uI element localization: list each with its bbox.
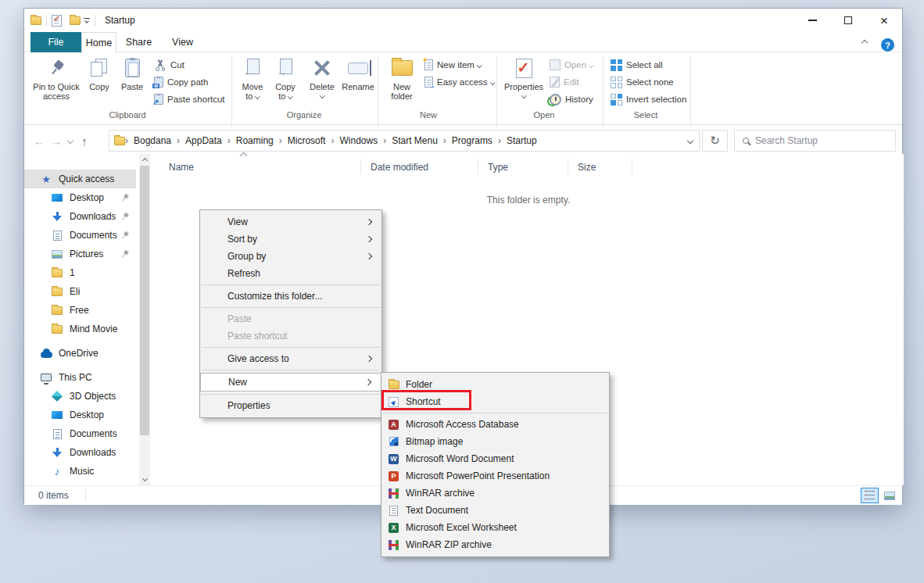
breadcrumb-item[interactable]: Microsoft (282, 135, 331, 146)
properties-button[interactable]: Properties (503, 55, 545, 98)
menu-item-paste-shortcut[interactable]: Paste shortcut (200, 327, 381, 345)
menu-item-customize-this-folder[interactable]: Customize this folder... (200, 288, 381, 305)
breadcrumb-item[interactable]: Programs (446, 135, 498, 146)
new-folder-button[interactable]: New folder (384, 55, 420, 101)
close-button[interactable]: × (866, 9, 902, 32)
cut-button[interactable]: Cut (154, 57, 184, 73)
sidebar-item-free[interactable]: Free (24, 301, 136, 320)
menu-item-paste[interactable]: Paste (200, 310, 381, 327)
select-all-button[interactable]: Select all (611, 57, 663, 73)
qat-dropdown-icon[interactable] (84, 18, 90, 23)
submenu-item-winrar-archive[interactable]: WinRAR archive (381, 485, 609, 502)
bitmap-icon (389, 437, 399, 446)
recent-locations-icon[interactable] (67, 138, 73, 144)
submenu-item-winrar-zip-archive[interactable]: WinRAR ZIP archive (381, 536, 609, 553)
sidebar-item-onedrive[interactable]: OneDrive (24, 344, 136, 363)
sidebar-scrollbar[interactable] (139, 154, 150, 485)
sidebar-item-documents[interactable]: Documents (24, 226, 136, 245)
open-button[interactable]: Open (550, 57, 593, 73)
submenu-item-excel-worksheet[interactable]: X Microsoft Excel Worksheet (381, 519, 609, 536)
menu-item-group-by[interactable]: Group by (200, 248, 381, 265)
breadcrumb-item[interactable]: Bogdana (128, 135, 177, 146)
sidebar-item-quick-access[interactable]: ★ Quick access (24, 170, 136, 188)
menu-item-properties[interactable]: Properties (200, 397, 381, 414)
menu-item-give-access-to[interactable]: Give access to (200, 350, 381, 367)
copy-path-button[interactable]: W Copy path (154, 74, 208, 90)
pin-icon (119, 248, 131, 259)
up-icon[interactable]: ↑ (76, 134, 93, 148)
sidebar-item-desktop[interactable]: Desktop (24, 188, 136, 207)
paste-button[interactable]: Paste (116, 55, 148, 91)
menu-item-new[interactable]: New (200, 373, 381, 392)
menu-separator (202, 394, 380, 395)
rename-button[interactable]: Rename (340, 55, 376, 91)
maximize-button[interactable] (830, 9, 866, 32)
copy-to-button[interactable]: Copy to (271, 55, 299, 101)
new-item-button[interactable]: New item (424, 57, 481, 73)
breadcrumb-item[interactable]: Start Menu (386, 135, 443, 146)
scroll-up-icon[interactable] (139, 154, 150, 165)
sidebar-item-this-pc[interactable]: This PC (24, 368, 136, 387)
sidebar-item-3d-objects[interactable]: 3D Objects (24, 387, 136, 406)
tab-share[interactable]: Share (116, 32, 161, 52)
column-header-date-modified[interactable]: Date modified (371, 159, 428, 176)
menu-item-refresh[interactable]: Refresh (200, 265, 381, 282)
history-button[interactable]: History (550, 91, 593, 107)
back-icon[interactable]: ← (30, 134, 48, 148)
sidebar-item-1[interactable]: 1 (24, 263, 136, 282)
submenu-item-powerpoint-presentation[interactable]: P Microsoft PowerPoint Presentation (381, 467, 609, 485)
scrollbar-thumb[interactable] (140, 166, 149, 435)
menu-separator (202, 370, 380, 370)
sidebar-item-downloads[interactable]: Downloads (24, 207, 136, 226)
tab-file[interactable]: File (30, 32, 81, 52)
invert-selection-button[interactable]: Invert selection (611, 91, 686, 107)
breadcrumb-item[interactable]: AppData (180, 135, 227, 146)
move-to-button[interactable]: Move to (238, 55, 267, 101)
edit-button[interactable]: Edit (550, 74, 579, 90)
sidebar-item-pictures[interactable]: Pictures (24, 245, 136, 263)
qat-new-folder-icon[interactable] (70, 16, 81, 25)
sidebar-item-documents-pc[interactable]: Documents (24, 424, 136, 443)
tab-view[interactable]: View (161, 32, 204, 52)
submenu-item-text-document[interactable]: Text Document (381, 502, 609, 519)
tab-home[interactable]: Home (81, 32, 116, 53)
thumbnail-view-button[interactable] (880, 488, 898, 503)
column-header-name[interactable]: Name (169, 159, 194, 176)
button-label: Properties (504, 82, 543, 98)
sidebar-item-eli[interactable]: Eli (24, 282, 136, 301)
breadcrumb-item[interactable]: Roaming (231, 135, 279, 146)
delete-button[interactable]: Delete (306, 55, 338, 98)
help-icon[interactable]: ? (881, 38, 894, 52)
address-bar[interactable]: › Bogdana › AppData › Roaming › Microsof… (109, 130, 700, 152)
forward-icon[interactable]: → (48, 134, 65, 148)
refresh-button[interactable]: ↻ (702, 130, 728, 152)
history-icon (550, 94, 561, 106)
copy-button[interactable]: Copy (85, 55, 113, 91)
submenu-item-access-database[interactable]: A Microsoft Access Database (381, 416, 609, 433)
collapse-ribbon-icon[interactable] (861, 40, 868, 46)
paste-shortcut-button[interactable]: ↗ Paste shortcut (154, 91, 225, 107)
sidebar-label: Music (70, 466, 94, 477)
address-dropdown-icon[interactable] (687, 138, 693, 144)
breadcrumb-item[interactable]: Startup (501, 135, 543, 146)
scroll-down-icon[interactable] (139, 474, 150, 485)
breadcrumb-item[interactable]: Windows (334, 135, 383, 146)
menu-item-view[interactable]: View (200, 213, 381, 231)
search-box[interactable] (734, 130, 896, 152)
column-header-type[interactable]: Type (488, 159, 508, 176)
minimize-button[interactable] (794, 9, 830, 32)
sidebar-item-downloads-pc[interactable]: Downloads (24, 443, 136, 462)
sidebar-item-music[interactable]: ♪ Music (24, 462, 136, 481)
column-header-size[interactable]: Size (578, 159, 596, 176)
submenu-item-word-document[interactable]: W Microsoft Word Document (381, 450, 609, 467)
select-none-button[interactable]: Select none (611, 74, 674, 90)
sidebar-item-desktop-pc[interactable]: Desktop (24, 406, 136, 424)
easy-access-button[interactable]: Easy access (424, 74, 494, 90)
details-view-button[interactable] (861, 488, 879, 503)
sidebar-item-mind-movie[interactable]: Mind Movie (24, 320, 136, 338)
submenu-item-bitmap-image[interactable]: Bitmap image (381, 433, 609, 450)
search-input[interactable] (755, 135, 872, 146)
menu-item-sort-by[interactable]: Sort by (200, 231, 381, 248)
pin-to-quick-access-button[interactable]: Pin to Quick access (30, 55, 82, 101)
properties-check-icon[interactable]: ✓ (52, 15, 62, 27)
